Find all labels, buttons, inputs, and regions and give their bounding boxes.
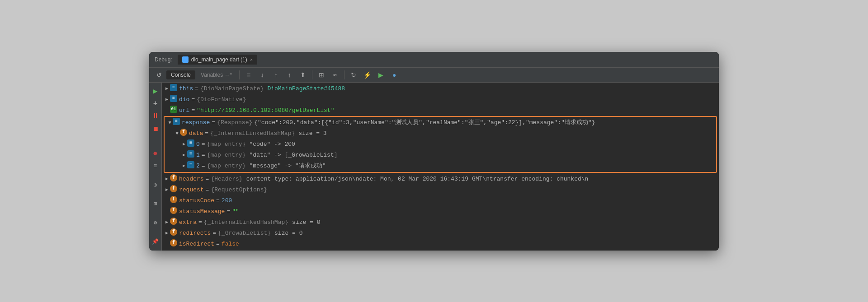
debug-label: Debug: (155, 56, 172, 63)
gear-side-btn[interactable]: ⚙ (151, 218, 160, 228)
request-var-name: request (179, 185, 204, 195)
dio-var-name: dio (179, 95, 189, 105)
data-expand-arrow[interactable]: ▶ (172, 130, 182, 137)
dart-file-icon (182, 56, 189, 63)
frames-button[interactable]: ⊞ (315, 70, 328, 80)
lightning-button[interactable]: ⚡ (361, 70, 373, 80)
entry1-value: "data" -> [_GrowableList] (249, 150, 337, 160)
entry1-var-icon: ≡ (187, 150, 194, 158)
entry2-index: 2 (196, 161, 200, 171)
entry2-expand-arrow[interactable]: ▶ (181, 161, 187, 171)
entry1-expand-arrow[interactable]: ▶ (181, 150, 187, 160)
extra-expand-arrow[interactable]: ▶ (164, 218, 170, 228)
entry1-variable-row: ▶ ≡ 1 = {map entry} "data" -> [_Growable… (165, 150, 716, 161)
entry1-equals: = (202, 150, 205, 160)
statuscode-var-name: statusCode (179, 196, 214, 206)
this-variable-row: ▶ ≡ this = {DioMainPageState} DioMainPag… (162, 84, 719, 94)
entry2-value: "message" -> "请求成功" (249, 161, 326, 171)
response-variable-row: ▶ ≡ response = {Response} {"code":200,"d… (165, 117, 716, 128)
isredirect-variable-row: ▶ f isRedirect = false (162, 239, 719, 250)
headers-var-value: content-type: application/json\ndate: Mo… (246, 174, 589, 184)
entry1-index: 1 (196, 150, 200, 160)
extra-variable-row: ▶ f extra = {_InternalLinkedHashMap} siz… (162, 217, 719, 228)
entry0-equals: = (202, 139, 205, 149)
run-to-cursor-button[interactable]: ↑ (283, 70, 296, 80)
extra-equals: = (198, 218, 202, 228)
request-var-icon: f (170, 185, 177, 192)
step-over-button[interactable]: ≡ (242, 70, 255, 80)
statusmessage-var-value: "" (232, 207, 239, 217)
restore-button[interactable]: ↻ (347, 70, 360, 80)
content-area: ▶ + ⏸ ⏹ ● ≡ ◎ ⊞ ⚙ 📌 ▶ ≡ this = {DioMain (149, 83, 719, 251)
entry0-index: 0 (196, 139, 200, 149)
redirects-var-type: {_GrowableList} (218, 228, 271, 238)
this-var-icon: ≡ (170, 84, 177, 91)
variables-panel[interactable]: ▶ ≡ this = {DioMainPageState} DioMainPag… (162, 83, 719, 251)
step-out-button[interactable]: ↑ (269, 70, 282, 80)
dio-expand-arrow[interactable]: ▶ (164, 95, 170, 105)
data-var-size: size = 3 (298, 129, 326, 139)
pin-btn[interactable]: 📌 (151, 237, 160, 247)
statusmessage-var-icon: f (170, 207, 177, 214)
eye-btn[interactable]: ◎ (151, 180, 160, 190)
headers-expand-arrow[interactable]: ▶ (164, 174, 170, 184)
url-var-name: url (179, 106, 189, 116)
statuscode-var-value: 200 (222, 196, 232, 206)
circle-btn[interactable]: ● (151, 149, 160, 158)
response-var-name: response (182, 118, 210, 128)
redirects-equals: = (212, 228, 216, 238)
pause-btn[interactable]: ⏸ (151, 112, 160, 121)
response-expand-arrow[interactable]: ▶ (165, 120, 175, 126)
request-expand-arrow[interactable]: ▶ (164, 185, 170, 195)
separator-2 (312, 70, 312, 79)
resume-side-btn[interactable]: ▶ (151, 86, 160, 96)
data-equals: = (205, 129, 208, 139)
tab-close-icon[interactable]: × (250, 57, 253, 62)
isredirect-equals: = (216, 239, 220, 249)
debug-toolbar: ↺ Console Variables →* ≡ ↓ ↑ ↑ ⬆ ⊞ ≈ ↻ ⚡… (149, 68, 719, 83)
isredirect-var-name: isRedirect (179, 239, 214, 249)
isredirect-var-icon: f (170, 239, 177, 246)
request-var-type: {RequestOptions} (211, 185, 267, 195)
console-tab[interactable]: Console (166, 70, 195, 79)
lines-btn[interactable]: ≡ (151, 161, 160, 171)
redirects-var-icon: f (170, 228, 177, 236)
redirects-var-name: redirects (179, 228, 211, 238)
statuscode-equals: = (216, 196, 220, 206)
statusmessage-var-name: statusMessage (179, 207, 225, 217)
threads-button[interactable]: ≈ (329, 70, 341, 80)
redirects-expand-arrow[interactable]: ▶ (164, 228, 170, 238)
evaluate-button[interactable]: ⬆ (297, 70, 309, 80)
step-into-button[interactable]: ↓ (256, 70, 269, 80)
entry2-equals: = (202, 161, 205, 171)
side-toolbar: ▶ + ⏸ ⏹ ● ≡ ◎ ⊞ ⚙ 📌 (149, 83, 162, 251)
people-btn[interactable]: ⊞ (151, 199, 160, 209)
isredirect-var-value: false (222, 239, 239, 249)
settings-button[interactable]: ● (388, 70, 401, 80)
file-tab[interactable]: dio_main_page.dart (1) × (178, 55, 258, 65)
stop-btn[interactable]: ⏹ (151, 124, 160, 134)
data-var-type: {_InternalLinkedHashMap} (210, 129, 295, 139)
resume-button[interactable]: ▶ (374, 70, 387, 80)
this-var-name: this (179, 84, 193, 94)
entry0-value: "code" -> 200 (249, 139, 295, 149)
redirects-var-size: size = 0 (274, 228, 302, 238)
headers-var-icon: f (170, 174, 177, 181)
entry2-var-icon: ≡ (187, 161, 194, 168)
dio-var-icon: ≡ (170, 95, 177, 102)
add-btn[interactable]: + (151, 99, 160, 109)
data-var-name: data (189, 129, 203, 139)
statusmessage-equals: = (226, 207, 230, 217)
statuscode-var-icon: f (170, 196, 177, 203)
variables-label: Variables (201, 72, 223, 78)
extra-var-name: extra (179, 218, 197, 228)
entry0-expand-arrow[interactable]: ▶ (181, 139, 187, 149)
redirects-variable-row: ▶ f redirects = {_GrowableList} size = 0 (162, 228, 719, 239)
headers-variable-row: ▶ f headers = {Headers} content-type: ap… (162, 174, 719, 185)
this-expand-arrow[interactable]: ▶ (164, 84, 170, 94)
entry0-type: {map entry} (207, 139, 246, 149)
data-variable-row: ▶ f data = {_InternalLinkedHashMap} size… (165, 128, 716, 139)
this-var-value: DioMainPageState#45488 (267, 84, 345, 94)
variables-tab[interactable]: Variables →* (196, 70, 236, 79)
restart-button[interactable]: ↺ (153, 70, 165, 80)
